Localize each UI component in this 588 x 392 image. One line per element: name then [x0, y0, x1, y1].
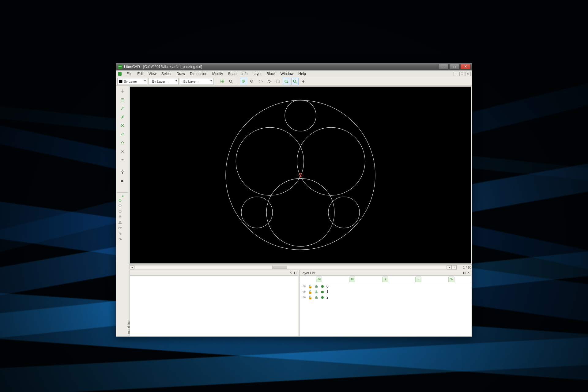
menu-layer[interactable]: Layer — [250, 71, 264, 77]
svg-point-27 — [122, 100, 123, 100]
layer-panel-undock-icon[interactable]: ◧ — [463, 271, 466, 275]
eye-icon[interactable]: 👁 — [302, 295, 306, 300]
snap-center-tool[interactable] — [119, 122, 126, 129]
menu-window[interactable]: Window — [278, 71, 296, 77]
layer-remove-button[interactable]: － — [415, 277, 421, 282]
drawing-canvas[interactable] — [130, 86, 471, 264]
circle-center-tool[interactable] — [118, 198, 123, 203]
menu-block[interactable]: Block — [264, 71, 278, 77]
scroll-thumb[interactable] — [272, 266, 287, 269]
snap-middle-tool[interactable] — [119, 130, 126, 138]
command-panel-undock-icon[interactable]: ◧ — [293, 271, 296, 275]
menu-select[interactable]: Select — [159, 71, 174, 77]
left-tool-dock: ◂ — [116, 86, 129, 337]
menu-view[interactable]: View — [146, 71, 159, 77]
layer-panel-close-icon[interactable]: ✕ — [467, 271, 470, 275]
menu-edit[interactable]: Edit — [135, 71, 146, 77]
restrict-v-tool[interactable] — [119, 168, 126, 176]
snap-grid-tool[interactable] — [119, 96, 126, 104]
zoom-redraw-button[interactable] — [227, 78, 235, 85]
svg-point-30 — [122, 101, 123, 101]
svg-point-24 — [122, 98, 123, 99]
svg-point-25 — [123, 98, 124, 99]
print-icon[interactable]: 🖶 — [314, 284, 318, 288]
circle-2p-tool[interactable] — [118, 203, 123, 208]
zoom-previous-button[interactable] — [266, 78, 273, 85]
mdi-restore-button[interactable]: ❐ — [459, 72, 465, 76]
zoom-pan-button[interactable] — [283, 78, 290, 85]
restrict-h-tool[interactable] — [119, 156, 126, 164]
zoom-extents-button[interactable] — [291, 78, 299, 85]
lock-icon[interactable]: 🔒 — [308, 284, 312, 288]
color-swatch-icon — [119, 80, 123, 83]
circle-inscribed-tool[interactable] — [118, 220, 123, 225]
eye-icon[interactable]: 👁 — [302, 284, 306, 288]
print-icon[interactable]: 🖶 — [314, 290, 318, 294]
color-icon[interactable]: ⬢ — [320, 290, 325, 294]
close-button[interactable]: ✕ — [460, 64, 471, 70]
svg-point-45 — [119, 210, 121, 213]
palette-back-icon[interactable]: ◂ — [117, 194, 128, 198]
svg-point-31 — [123, 101, 124, 101]
svg-line-54 — [121, 238, 122, 240]
horizontal-scrollbar[interactable]: ◂ ▸ + 1 / 10 — [129, 264, 472, 270]
scroll-left-button[interactable]: ◂ — [130, 265, 134, 270]
svg-point-48 — [119, 222, 121, 224]
menu-modify[interactable]: Modify — [210, 71, 225, 77]
layer-edit-button[interactable]: ✎ — [448, 277, 454, 282]
print-icon[interactable]: 🖶 — [314, 295, 318, 300]
linewidth-selector-label: - By Layer - — [150, 80, 168, 83]
titlebar[interactable]: — LibreCAD - [C:\1A\2015\librecad\tri_pa… — [116, 63, 472, 70]
color-icon[interactable]: ⬢ — [320, 295, 325, 300]
layer-list[interactable]: 👁🔒🖶⬢0👁🔒🖶⬢1👁🔒🖶⬢2 — [300, 283, 471, 336]
zoom-auto-button[interactable] — [257, 78, 264, 85]
lock-icon[interactable]: 🔒 — [308, 295, 312, 300]
layer-visibility-button[interactable]: 👁 — [316, 277, 322, 282]
svg-point-23 — [121, 98, 122, 99]
svg-point-60 — [241, 197, 273, 228]
layer-add-button[interactable]: ＋ — [382, 277, 388, 282]
lock-icon[interactable]: 🔒 — [308, 290, 312, 294]
snap-free-tool[interactable] — [119, 88, 126, 95]
zoom-window-button[interactable] — [274, 78, 281, 85]
snap-entity-tool[interactable] — [119, 113, 126, 121]
circle-tan3-tool[interactable] — [118, 231, 123, 236]
zoom-selection-button[interactable] — [300, 78, 307, 85]
scroll-add-button[interactable]: + — [452, 265, 457, 270]
scroll-track[interactable] — [135, 265, 447, 270]
maximize-button[interactable]: □ — [449, 64, 460, 70]
mdi-close-button[interactable]: ✕ — [465, 72, 471, 76]
mdi-minimize-button[interactable]: – — [454, 72, 459, 76]
zoom-in-button[interactable] — [240, 78, 247, 85]
svg-point-43 — [119, 205, 119, 206]
snap-intersection-tool[interactable] — [119, 148, 126, 155]
layer-freeze-button[interactable]: ❄ — [349, 277, 355, 282]
menu-file[interactable]: File — [124, 71, 135, 77]
menu-snap[interactable]: Snap — [225, 71, 239, 77]
menu-info[interactable]: Info — [239, 71, 250, 77]
menu-draw[interactable]: Draw — [174, 71, 187, 77]
menu-help[interactable]: Help — [296, 71, 308, 77]
grid-toggle-button[interactable] — [219, 78, 226, 85]
layer-row[interactable]: 👁🔒🖶⬢1 — [301, 289, 470, 295]
menu-dimension[interactable]: Dimension — [187, 71, 210, 77]
snap-distance-tool[interactable] — [119, 139, 126, 146]
snap-endpoint-tool[interactable] — [119, 105, 126, 112]
layer-row[interactable]: 👁🔒🖶⬢0 — [301, 284, 470, 289]
circle-tan2-tool[interactable] — [118, 225, 123, 230]
layer-row[interactable]: 👁🔒🖶⬢2 — [301, 295, 470, 300]
color-selector[interactable]: By Layer — [117, 78, 147, 85]
circle-tanline-tool[interactable] — [118, 236, 123, 241]
linewidth-selector[interactable]: - By Layer - — [149, 78, 179, 85]
command-line-panel[interactable]: ✕ ◧ mand line — [130, 270, 298, 336]
circle-concentric-tool[interactable] — [118, 214, 123, 219]
zoom-out-button[interactable] — [248, 78, 256, 85]
scroll-right-button[interactable]: ▸ — [447, 265, 452, 270]
eye-icon[interactable]: 👁 — [302, 290, 306, 294]
relative-zero-tool[interactable] — [119, 177, 126, 184]
linetype-selector[interactable]: - By Layer - — [180, 78, 213, 85]
command-panel-close-icon[interactable]: ✕ — [289, 271, 292, 275]
minimize-button[interactable]: — — [438, 64, 449, 70]
circle-3p-tool[interactable] — [118, 209, 123, 214]
color-icon[interactable]: ⬢ — [320, 284, 325, 288]
